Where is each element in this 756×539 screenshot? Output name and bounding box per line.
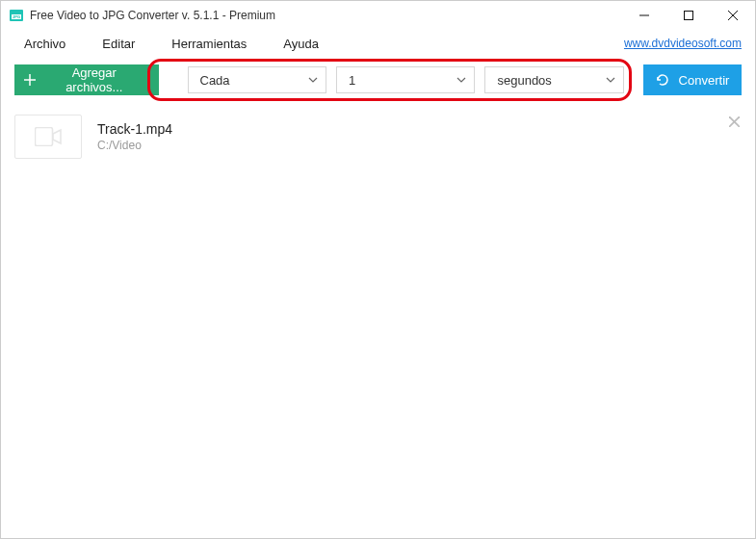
unit-dropdown-value: segundos (497, 73, 551, 88)
file-info: Track-1.mp4 C:/Video (97, 121, 172, 152)
close-button[interactable] (711, 1, 755, 30)
remove-file-button[interactable] (729, 115, 740, 130)
file-list: Track-1.mp4 C:/Video (1, 103, 755, 170)
maximize-button[interactable] (666, 1, 711, 30)
menu-editar[interactable]: Editar (92, 33, 144, 55)
svg-rect-9 (36, 128, 53, 146)
svg-rect-4 (685, 12, 693, 20)
menu-ayuda[interactable]: Ayuda (274, 33, 328, 55)
toolbar: Agregar archivos... Cada 1 segundos Conv… (1, 57, 755, 103)
chevron-down-icon (456, 77, 466, 83)
plus-icon (24, 74, 36, 86)
refresh-icon (656, 73, 669, 87)
titlebar: JPG Free Video to JPG Converter v. 5.1.1… (1, 1, 755, 30)
video-thumbnail (14, 115, 82, 159)
svg-line-5 (728, 11, 738, 20)
svg-text:JPG: JPG (13, 14, 20, 19)
video-icon (35, 127, 62, 146)
minimize-button[interactable] (622, 1, 666, 30)
mode-dropdown-value: Cada (200, 73, 230, 88)
close-icon (729, 116, 740, 127)
value-dropdown[interactable]: 1 (336, 66, 475, 93)
menu-archivo[interactable]: Archivo (14, 33, 75, 55)
app-icon: JPG (9, 8, 24, 23)
menubar: Archivo Editar Herramientas Ayuda www.dv… (1, 30, 755, 57)
value-dropdown-value: 1 (349, 73, 355, 88)
chevron-down-icon (606, 77, 615, 83)
file-path: C:/Video (97, 139, 172, 152)
list-item[interactable]: Track-1.mp4 C:/Video (1, 107, 755, 167)
svg-line-6 (728, 11, 738, 20)
window-controls (622, 1, 755, 30)
menu-herramientas[interactable]: Herramientas (162, 33, 256, 55)
convert-label: Convertir (679, 73, 730, 88)
mode-dropdown[interactable]: Cada (188, 66, 326, 93)
unit-dropdown[interactable]: segundos (484, 66, 623, 93)
add-files-label: Agregar archivos... (43, 65, 145, 94)
add-files-button[interactable]: Agregar archivos... (14, 64, 159, 95)
website-link[interactable]: www.dvdvideosoft.com (624, 37, 742, 50)
file-name: Track-1.mp4 (97, 121, 172, 137)
convert-button[interactable]: Convertir (643, 64, 742, 95)
chevron-down-icon (308, 77, 318, 83)
app-title: Free Video to JPG Converter v. 5.1.1 - P… (30, 9, 622, 22)
